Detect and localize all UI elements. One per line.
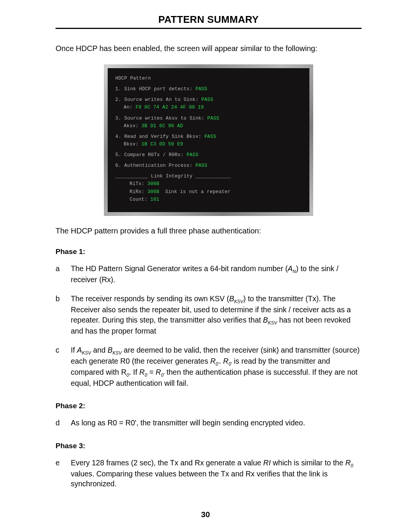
item-body: Every 128 frames (2 sec), the Tx and Rx … [71, 458, 362, 489]
ritx-row: RiTx: 306B [115, 181, 306, 187]
status-pass: PASS [186, 152, 198, 158]
page-title: PATTERN SUMMARY [56, 14, 362, 26]
rirx-row: RiRx: 306B Sink is not a repeater [115, 189, 306, 195]
item-letter: b [56, 294, 71, 336]
item-letter: d [56, 418, 71, 428]
terminal-step-4-sub: Bksv: 1B C3 0D 59 E9 [115, 141, 306, 148]
hex-value: F8 0C 74 A2 24 4F 08 19 [135, 105, 204, 110]
terminal-step-1: 1. Sink HDCP port detects: PASS [115, 86, 306, 93]
terminal-step-5: 5. Compare R0Tx / R0Rx: PASS [115, 152, 306, 158]
link-integrity-header: ___________ Link Integrity ____________ [115, 173, 306, 180]
hex-value: 3B D1 6C 90 AD [142, 123, 183, 129]
terminal-step-3-sub: Aksv: 3B D1 6C 90 AD [115, 123, 306, 129]
phase3-item-e: e Every 128 frames (2 sec), the Tx and R… [56, 458, 362, 489]
note-text: The HDCP pattern provides a full three p… [56, 227, 362, 235]
terminal-step-2-sub: An: F8 0C 74 A2 24 4F 08 19 [115, 104, 306, 111]
phase1-item-c: c If AKSV and BKSV are deemed to be vali… [56, 345, 362, 388]
hex-value: 306B [147, 181, 159, 187]
item-body: The receiver responds by sending its own… [71, 294, 362, 336]
hex-value: 1B C3 0D 59 E9 [142, 142, 183, 147]
terminal-step-2: 2. Source writes An to Sink: PASS [115, 96, 306, 103]
item-letter: c [56, 345, 71, 388]
phase-1-label: Phase 1: [56, 248, 362, 256]
item-body: As long as R0 = R0', the transmitter wil… [71, 418, 362, 428]
phase-3-label: Phase 3: [56, 442, 362, 450]
terminal-frame: HDCP Pattern 1. Sink HDCP port detects: … [104, 64, 313, 216]
terminal-step-6: 6. Authentication Process: PASS [115, 162, 306, 169]
phase2-item-d: d As long as R0 = R0', the transmitter w… [56, 418, 362, 428]
status-pass: PASS [196, 86, 207, 92]
count-row: Count: 161 [115, 196, 306, 203]
count-value: 161 [150, 197, 159, 202]
status-pass: PASS [201, 97, 213, 102]
phase-2-label: Phase 2: [56, 402, 362, 410]
page: PATTERN SUMMARY Once HDCP has been enabl… [0, 0, 411, 532]
terminal-header: HDCP Pattern [115, 75, 306, 82]
terminal-screen: HDCP Pattern 1. Sink HDCP port detects: … [108, 68, 309, 212]
title-rule [56, 28, 362, 29]
intro-text: Once HDCP has been enabled, the screen w… [56, 44, 362, 53]
hex-value: 306B [147, 189, 159, 195]
terminal-step-3: 3. Source writes Aksv to Sink: PASS [115, 115, 306, 122]
status-pass: PASS [196, 163, 207, 168]
status-pass: PASS [204, 134, 216, 139]
item-body: If AKSV and BKSV are deemed to be valid,… [71, 345, 362, 388]
item-letter: a [56, 264, 71, 284]
status-pass: PASS [207, 116, 219, 121]
item-body: The HD Pattern Signal Generator writes a… [71, 264, 362, 284]
phase1-item-a: a The HD Pattern Signal Generator writes… [56, 264, 362, 284]
page-number: 30 [0, 510, 411, 519]
terminal-step-4: 4. Read and Verify Sink Bksv: PASS [115, 133, 306, 140]
phase1-item-b: b The receiver responds by sending its o… [56, 294, 362, 336]
item-letter: e [56, 458, 71, 489]
